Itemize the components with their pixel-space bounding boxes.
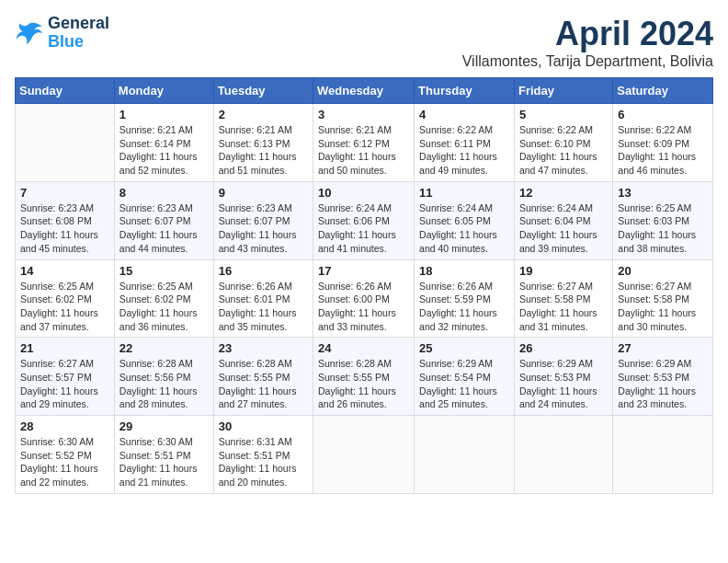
day-number: 19: [519, 264, 608, 278]
table-row: 13 Sunrise: 6:25 AM Sunset: 6:03 PM Dayl…: [613, 181, 713, 259]
table-row: 25 Sunrise: 6:29 AM Sunset: 5:54 PM Dayl…: [415, 338, 515, 416]
header-saturday: Saturday: [613, 78, 713, 104]
day-info: Sunrise: 6:25 AM Sunset: 6:02 PM Dayligh…: [119, 280, 209, 334]
day-number: 13: [618, 186, 708, 200]
logo: General Blue: [15, 15, 109, 52]
calendar-week-row: 28 Sunrise: 6:30 AM Sunset: 5:52 PM Dayl…: [16, 416, 713, 494]
day-info: Sunrise: 6:28 AM Sunset: 5:56 PM Dayligh…: [119, 357, 209, 411]
table-row: 27 Sunrise: 6:29 AM Sunset: 5:53 PM Dayl…: [613, 338, 713, 416]
table-row: 7 Sunrise: 6:23 AM Sunset: 6:08 PM Dayli…: [16, 181, 115, 259]
day-number: 6: [618, 108, 708, 121]
table-row: 14 Sunrise: 6:25 AM Sunset: 6:02 PM Dayl…: [16, 259, 115, 338]
day-info: Sunrise: 6:27 AM Sunset: 5:58 PM Dayligh…: [519, 280, 608, 334]
day-number: 7: [20, 186, 109, 200]
header-thursday: Thursday: [415, 78, 515, 104]
day-info: Sunrise: 6:23 AM Sunset: 6:07 PM Dayligh…: [119, 201, 209, 256]
day-info: Sunrise: 6:31 AM Sunset: 5:51 PM Dayligh…: [219, 435, 308, 489]
day-info: Sunrise: 6:21 AM Sunset: 6:12 PM Dayligh…: [318, 123, 409, 178]
day-info: Sunrise: 6:21 AM Sunset: 6:13 PM Dayligh…: [219, 123, 308, 178]
table-row: 12 Sunrise: 6:24 AM Sunset: 6:04 PM Dayl…: [514, 181, 612, 259]
day-number: 25: [419, 341, 509, 355]
header-wednesday: Wednesday: [313, 78, 415, 104]
day-number: 11: [419, 186, 509, 200]
day-info: Sunrise: 6:29 AM Sunset: 5:54 PM Dayligh…: [419, 357, 509, 411]
day-number: 22: [119, 341, 209, 355]
page-header: General Blue April 2024 Villamontes, Tar…: [15, 15, 713, 70]
day-info: Sunrise: 6:22 AM Sunset: 6:09 PM Dayligh…: [618, 123, 708, 178]
day-info: Sunrise: 6:23 AM Sunset: 6:07 PM Dayligh…: [219, 201, 308, 256]
table-row: 16 Sunrise: 6:26 AM Sunset: 6:01 PM Dayl…: [213, 259, 313, 338]
location-title: Villamontes, Tarija Department, Bolivia: [462, 53, 713, 70]
day-number: 28: [20, 419, 109, 433]
day-info: Sunrise: 6:29 AM Sunset: 5:53 PM Dayligh…: [618, 357, 708, 411]
month-title: April 2024: [462, 15, 713, 53]
day-number: 20: [618, 264, 708, 278]
day-number: 5: [519, 108, 608, 121]
table-row: 9 Sunrise: 6:23 AM Sunset: 6:07 PM Dayli…: [213, 181, 313, 259]
table-row: 30 Sunrise: 6:31 AM Sunset: 5:51 PM Dayl…: [213, 416, 313, 494]
table-row: 4 Sunrise: 6:22 AM Sunset: 6:11 PM Dayli…: [415, 104, 515, 182]
table-row: 21 Sunrise: 6:27 AM Sunset: 5:57 PM Dayl…: [16, 338, 115, 416]
day-number: 24: [318, 341, 409, 355]
logo-bird-icon: [15, 20, 44, 46]
day-info: Sunrise: 6:27 AM Sunset: 5:57 PM Dayligh…: [20, 357, 109, 411]
day-number: 30: [219, 419, 308, 433]
day-info: Sunrise: 6:28 AM Sunset: 5:55 PM Dayligh…: [219, 357, 308, 411]
calendar-header-row: Sunday Monday Tuesday Wednesday Thursday…: [16, 78, 713, 104]
table-row: [415, 416, 515, 494]
logo-text: General Blue: [48, 15, 109, 52]
calendar-table: Sunday Monday Tuesday Wednesday Thursday…: [15, 77, 713, 494]
day-number: 26: [519, 341, 608, 355]
table-row: 3 Sunrise: 6:21 AM Sunset: 6:12 PM Dayli…: [313, 104, 415, 182]
day-info: Sunrise: 6:30 AM Sunset: 5:51 PM Dayligh…: [119, 435, 209, 489]
title-area: April 2024 Villamontes, Tarija Departmen…: [462, 15, 713, 70]
table-row: 5 Sunrise: 6:22 AM Sunset: 6:10 PM Dayli…: [514, 104, 612, 182]
table-row: 2 Sunrise: 6:21 AM Sunset: 6:13 PM Dayli…: [213, 104, 313, 182]
day-number: 2: [219, 108, 308, 121]
calendar-week-row: 14 Sunrise: 6:25 AM Sunset: 6:02 PM Dayl…: [16, 259, 713, 338]
day-info: Sunrise: 6:29 AM Sunset: 5:53 PM Dayligh…: [519, 357, 608, 411]
day-number: 1: [119, 108, 209, 121]
day-number: 21: [20, 341, 109, 355]
day-number: 8: [119, 186, 209, 200]
table-row: 17 Sunrise: 6:26 AM Sunset: 6:00 PM Dayl…: [313, 259, 415, 338]
calendar-week-row: 21 Sunrise: 6:27 AM Sunset: 5:57 PM Dayl…: [16, 338, 713, 416]
day-number: 3: [318, 108, 409, 121]
day-number: 18: [419, 264, 509, 278]
table-row: 24 Sunrise: 6:28 AM Sunset: 5:55 PM Dayl…: [313, 338, 415, 416]
day-number: 9: [219, 186, 308, 200]
table-row: [313, 416, 415, 494]
table-row: 18 Sunrise: 6:26 AM Sunset: 5:59 PM Dayl…: [415, 259, 515, 338]
day-info: Sunrise: 6:25 AM Sunset: 6:02 PM Dayligh…: [20, 280, 109, 334]
day-info: Sunrise: 6:26 AM Sunset: 5:59 PM Dayligh…: [419, 280, 509, 334]
header-tuesday: Tuesday: [213, 78, 313, 104]
table-row: 8 Sunrise: 6:23 AM Sunset: 6:07 PM Dayli…: [114, 181, 213, 259]
header-monday: Monday: [114, 78, 213, 104]
header-friday: Friday: [514, 78, 612, 104]
table-row: [613, 416, 713, 494]
table-row: 20 Sunrise: 6:27 AM Sunset: 5:58 PM Dayl…: [613, 259, 713, 338]
table-row: 1 Sunrise: 6:21 AM Sunset: 6:14 PM Dayli…: [114, 104, 213, 182]
day-info: Sunrise: 6:30 AM Sunset: 5:52 PM Dayligh…: [20, 435, 109, 489]
table-row: 19 Sunrise: 6:27 AM Sunset: 5:58 PM Dayl…: [514, 259, 612, 338]
table-row: 10 Sunrise: 6:24 AM Sunset: 6:06 PM Dayl…: [313, 181, 415, 259]
table-row: 6 Sunrise: 6:22 AM Sunset: 6:09 PM Dayli…: [613, 104, 713, 182]
table-row: [514, 416, 612, 494]
day-info: Sunrise: 6:26 AM Sunset: 6:00 PM Dayligh…: [318, 280, 409, 334]
day-number: 14: [20, 264, 109, 278]
table-row: 22 Sunrise: 6:28 AM Sunset: 5:56 PM Dayl…: [114, 338, 213, 416]
day-info: Sunrise: 6:25 AM Sunset: 6:03 PM Dayligh…: [618, 201, 708, 256]
day-number: 23: [219, 341, 308, 355]
day-info: Sunrise: 6:21 AM Sunset: 6:14 PM Dayligh…: [119, 123, 209, 178]
day-number: 15: [119, 264, 209, 278]
day-number: 17: [318, 264, 409, 278]
calendar-week-row: 1 Sunrise: 6:21 AM Sunset: 6:14 PM Dayli…: [16, 104, 713, 182]
day-info: Sunrise: 6:26 AM Sunset: 6:01 PM Dayligh…: [219, 280, 308, 334]
day-info: Sunrise: 6:22 AM Sunset: 6:11 PM Dayligh…: [419, 123, 509, 178]
day-number: 27: [618, 341, 708, 355]
day-number: 4: [419, 108, 509, 121]
table-row: 11 Sunrise: 6:24 AM Sunset: 6:05 PM Dayl…: [415, 181, 515, 259]
day-info: Sunrise: 6:24 AM Sunset: 6:04 PM Dayligh…: [519, 201, 608, 256]
day-info: Sunrise: 6:24 AM Sunset: 6:06 PM Dayligh…: [318, 201, 409, 256]
day-number: 29: [119, 419, 209, 433]
